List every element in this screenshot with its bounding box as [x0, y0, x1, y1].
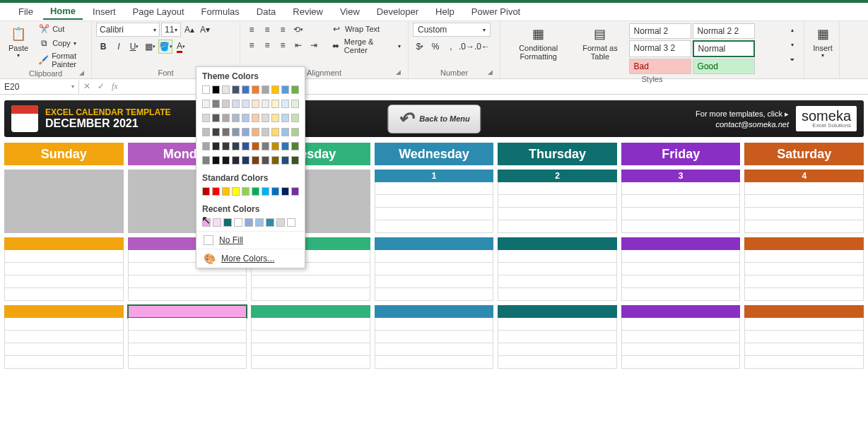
- calendar-day-cell[interactable]: [498, 305, 617, 369]
- more-colors-option[interactable]: 🎨More Colors...: [197, 249, 305, 268]
- clipboard-launcher[interactable]: ◢: [77, 69, 86, 78]
- color-swatch[interactable]: [222, 128, 230, 136]
- increase-indent-button[interactable]: ⇥: [307, 38, 321, 52]
- calendar-day-cell[interactable]: 2: [498, 170, 617, 233]
- calendar-day-cell[interactable]: [128, 305, 247, 369]
- color-swatch[interactable]: [242, 100, 250, 108]
- insert-cells-button[interactable]: ▦Insert▾: [809, 23, 837, 60]
- color-swatch[interactable]: [262, 128, 269, 136]
- color-swatch[interactable]: [232, 156, 240, 165]
- color-swatch[interactable]: [266, 218, 274, 227]
- calendar-day-cell[interactable]: [4, 170, 124, 233]
- font-name-select[interactable]: Calibri ▾: [96, 23, 160, 37]
- color-swatch[interactable]: [255, 218, 264, 227]
- color-swatch[interactable]: [202, 114, 210, 122]
- calendar-day-cell[interactable]: [621, 305, 741, 369]
- color-swatch[interactable]: [222, 156, 230, 165]
- color-swatch[interactable]: [252, 142, 259, 150]
- calendar-day-cell[interactable]: [744, 237, 864, 301]
- color-swatch[interactable]: [212, 100, 220, 108]
- decrease-decimal-button[interactable]: .0←: [475, 40, 489, 54]
- color-swatch[interactable]: [252, 128, 259, 136]
- align-top-button[interactable]: ≡: [245, 23, 259, 37]
- color-swatch[interactable]: [271, 114, 279, 122]
- comma-format-button[interactable]: ,: [444, 40, 458, 54]
- color-swatch[interactable]: [271, 156, 279, 165]
- align-middle-button[interactable]: ≡: [260, 23, 274, 37]
- alignment-launcher[interactable]: ◢: [394, 69, 402, 77]
- color-swatch[interactable]: [234, 218, 242, 227]
- name-box[interactable]: E20▾: [0, 81, 79, 93]
- color-swatch[interactable]: [242, 114, 250, 122]
- color-swatch[interactable]: [232, 85, 240, 94]
- borders-button[interactable]: ▦▾: [143, 40, 157, 54]
- cell-style-option[interactable]: Bad: [629, 59, 691, 74]
- color-swatch[interactable]: [213, 218, 221, 227]
- styles-more-button[interactable]: ▴: [785, 23, 799, 37]
- calendar-day-cell[interactable]: [375, 305, 494, 369]
- align-bottom-button[interactable]: ≡: [276, 23, 290, 37]
- color-swatch[interactable]: [291, 187, 299, 196]
- color-swatch[interactable]: [202, 156, 210, 165]
- tab-developer[interactable]: Developer: [370, 4, 426, 19]
- color-swatch[interactable]: [252, 85, 259, 94]
- color-swatch[interactable]: [262, 114, 269, 122]
- color-swatch[interactable]: [222, 142, 230, 150]
- format-as-table-button[interactable]: ▤Format as Table: [575, 23, 625, 62]
- wrap-text-button[interactable]: ↩Wrap Text: [328, 23, 404, 35]
- color-swatch[interactable]: [281, 114, 289, 122]
- number-format-select[interactable]: Custom▾: [413, 23, 491, 37]
- color-swatch[interactable]: [242, 85, 250, 94]
- cell-style-option[interactable]: Normal: [693, 40, 755, 57]
- fill-color-button[interactable]: 🪣▾: [158, 40, 172, 54]
- color-swatch[interactable]: [202, 128, 210, 136]
- color-swatch[interactable]: [202, 85, 210, 94]
- color-swatch[interactable]: [281, 85, 289, 94]
- color-swatch[interactable]: [252, 187, 259, 196]
- color-swatch[interactable]: [212, 156, 220, 165]
- font-size-select[interactable]: 11 ▾: [161, 23, 181, 37]
- tab-file[interactable]: File: [11, 4, 40, 19]
- color-swatch[interactable]: [245, 218, 253, 227]
- color-swatch[interactable]: [242, 142, 250, 150]
- tab-insert[interactable]: Insert: [86, 4, 123, 19]
- color-swatch[interactable]: [212, 128, 220, 136]
- color-swatch[interactable]: [271, 128, 279, 136]
- color-swatch[interactable]: [232, 187, 240, 196]
- cell-style-option[interactable]: Normal 2: [629, 23, 691, 39]
- calendar-day-cell[interactable]: 4: [744, 170, 864, 233]
- align-center-button[interactable]: ≡: [260, 38, 274, 52]
- percent-format-button[interactable]: %: [428, 40, 442, 54]
- color-swatch[interactable]: [222, 85, 230, 94]
- decrease-indent-button[interactable]: ⇤: [291, 38, 305, 52]
- color-swatch[interactable]: [242, 128, 250, 136]
- underline-button[interactable]: U▾: [127, 40, 141, 54]
- tab-help[interactable]: Help: [428, 4, 462, 19]
- color-swatch[interactable]: [202, 218, 211, 227]
- color-swatch[interactable]: [271, 85, 279, 94]
- tab-view[interactable]: View: [333, 4, 367, 19]
- color-swatch[interactable]: [212, 85, 220, 94]
- color-swatch[interactable]: [276, 218, 285, 227]
- color-swatch[interactable]: [222, 114, 230, 122]
- calendar-day-cell[interactable]: [4, 305, 124, 369]
- increase-font-button[interactable]: A▴: [182, 23, 197, 37]
- orientation-button[interactable]: ⟲▾: [291, 23, 305, 37]
- conditional-formatting-button[interactable]: ▦Conditional Formatting: [505, 23, 572, 62]
- calendar-day-cell[interactable]: [744, 305, 864, 369]
- tab-home[interactable]: Home: [43, 4, 83, 20]
- no-fill-option[interactable]: No Fill: [197, 231, 305, 249]
- calendar-day-cell[interactable]: [621, 237, 741, 301]
- fx-icon[interactable]: fx: [112, 81, 118, 92]
- color-swatch[interactable]: [281, 187, 289, 196]
- worksheet[interactable]: EXCEL CALENDAR TEMPLATE DECEMBER 2021 ↶ …: [0, 95, 868, 369]
- back-to-menu-button[interactable]: ↶ Back to Menu: [387, 105, 481, 134]
- color-swatch[interactable]: [222, 100, 230, 108]
- color-swatch[interactable]: [291, 128, 299, 136]
- color-swatch[interactable]: [291, 156, 299, 165]
- color-swatch[interactable]: [252, 100, 259, 108]
- calendar-day-cell[interactable]: [4, 237, 124, 301]
- color-swatch[interactable]: [252, 114, 259, 122]
- cell-style-option[interactable]: Normal 3 2: [629, 40, 691, 57]
- cell-style-option[interactable]: Normal 2 2: [693, 23, 755, 39]
